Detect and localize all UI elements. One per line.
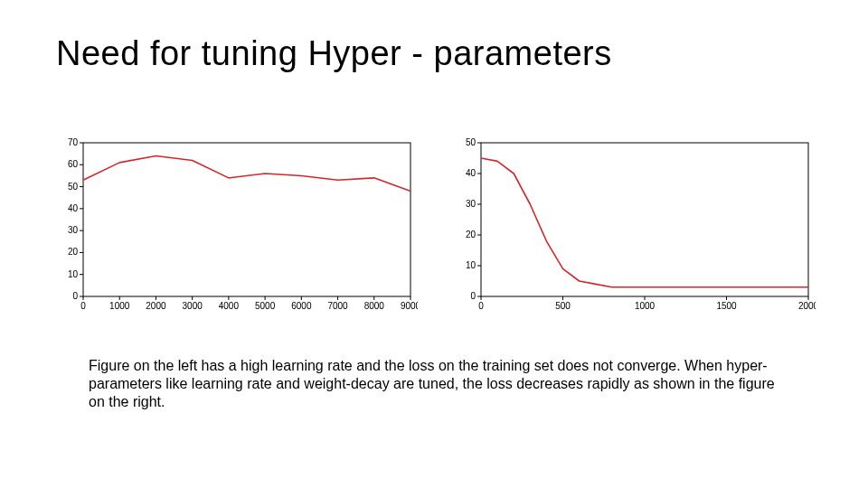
svg-text:0: 0 (80, 301, 86, 311)
svg-text:10: 10 (68, 269, 79, 279)
svg-text:30: 30 (466, 199, 476, 209)
svg-text:1000: 1000 (109, 301, 130, 311)
svg-text:50: 50 (68, 182, 79, 192)
svg-text:0: 0 (72, 291, 78, 301)
chart-left: 0102030405060700100020003000400050006000… (56, 136, 418, 320)
svg-text:500: 500 (555, 301, 571, 311)
svg-text:40: 40 (466, 168, 476, 178)
svg-text:2000: 2000 (798, 301, 816, 311)
svg-text:60: 60 (68, 159, 79, 169)
chart-right-svg: 010203040500500100015002000 (454, 136, 816, 316)
svg-text:1000: 1000 (635, 301, 656, 311)
svg-text:0: 0 (478, 301, 484, 311)
svg-text:5000: 5000 (255, 301, 276, 311)
svg-text:50: 50 (466, 137, 476, 147)
svg-rect-0 (83, 143, 410, 296)
svg-text:20: 20 (68, 247, 79, 257)
svg-text:9000: 9000 (401, 301, 418, 311)
svg-text:70: 70 (68, 137, 79, 147)
slide-title: Need for tuning Hyper - parameters (56, 34, 612, 73)
svg-text:0: 0 (470, 291, 476, 301)
svg-text:7000: 7000 (327, 301, 348, 311)
svg-text:6000: 6000 (291, 301, 312, 311)
svg-text:2000: 2000 (146, 301, 166, 311)
svg-text:10: 10 (466, 260, 476, 270)
svg-text:20: 20 (466, 230, 476, 239)
svg-text:30: 30 (68, 225, 79, 235)
svg-text:1500: 1500 (716, 301, 737, 311)
slide: Need for tuning Hyper - parameters 01020… (0, 0, 868, 488)
svg-text:40: 40 (68, 203, 79, 213)
chart-left-svg: 0102030405060700100020003000400050006000… (56, 136, 418, 316)
chart-right: 010203040500500100015002000 (454, 136, 816, 320)
figure-caption: Figure on the left has a high learning r… (89, 357, 794, 411)
svg-rect-37 (481, 143, 808, 296)
svg-text:8000: 8000 (364, 301, 385, 311)
svg-text:4000: 4000 (219, 301, 240, 311)
charts-row: 0102030405060700100020003000400050006000… (56, 136, 816, 320)
svg-text:3000: 3000 (183, 301, 203, 311)
